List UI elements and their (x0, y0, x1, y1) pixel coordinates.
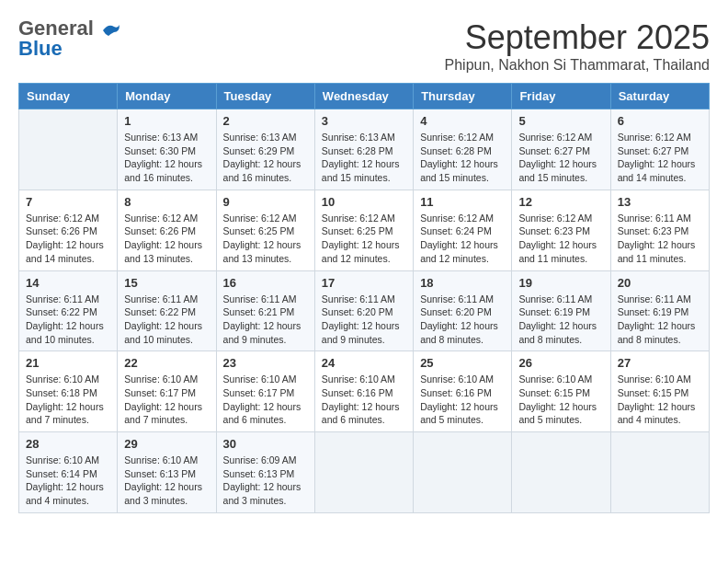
day-info: Sunrise: 6:10 AMSunset: 6:15 PMDaylight:… (518, 373, 603, 427)
calendar-cell: 18Sunrise: 6:11 AMSunset: 6:20 PMDayligh… (414, 270, 512, 351)
day-number: 17 (322, 276, 406, 290)
day-number: 10 (322, 195, 406, 209)
day-number: 23 (223, 356, 308, 370)
day-info: Sunrise: 6:10 AMSunset: 6:17 PMDaylight:… (124, 373, 209, 427)
calendar-cell: 10Sunrise: 6:12 AMSunset: 6:25 PMDayligh… (314, 190, 413, 270)
calendar-cell (314, 432, 413, 513)
day-number: 26 (518, 356, 603, 370)
day-number: 12 (518, 195, 603, 209)
month-title: September 2025 (445, 18, 710, 57)
calendar-cell: 11Sunrise: 6:12 AMSunset: 6:24 PMDayligh… (414, 190, 512, 270)
day-number: 15 (124, 276, 209, 290)
calendar-cell: 7Sunrise: 6:12 AMSunset: 6:26 PMDaylight… (19, 190, 118, 270)
calendar-cell: 9Sunrise: 6:12 AMSunset: 6:25 PMDaylight… (216, 190, 314, 270)
day-number: 24 (322, 356, 406, 370)
day-number: 27 (618, 356, 702, 370)
day-info: Sunrise: 6:11 AMSunset: 6:19 PMDaylight:… (518, 293, 603, 347)
calendar-cell: 1Sunrise: 6:13 AMSunset: 6:30 PMDaylight… (118, 109, 216, 190)
day-number: 19 (518, 276, 603, 290)
day-number: 29 (124, 437, 209, 451)
day-info: Sunrise: 6:11 AMSunset: 6:20 PMDaylight:… (322, 293, 406, 347)
calendar-cell: 23Sunrise: 6:10 AMSunset: 6:17 PMDayligh… (216, 351, 314, 432)
calendar-cell: 17Sunrise: 6:11 AMSunset: 6:20 PMDayligh… (314, 270, 413, 351)
day-info: Sunrise: 6:13 AMSunset: 6:28 PMDaylight:… (322, 131, 406, 185)
day-info: Sunrise: 6:10 AMSunset: 6:16 PMDaylight:… (322, 373, 406, 427)
day-info: Sunrise: 6:13 AMSunset: 6:29 PMDaylight:… (223, 131, 308, 185)
day-number: 28 (26, 437, 110, 451)
calendar-week-row: 1Sunrise: 6:13 AMSunset: 6:30 PMDaylight… (19, 109, 710, 190)
calendar-cell: 16Sunrise: 6:11 AMSunset: 6:21 PMDayligh… (216, 270, 314, 351)
logo-blue: Blue (18, 37, 63, 61)
calendar-cell: 21Sunrise: 6:10 AMSunset: 6:18 PMDayligh… (19, 351, 118, 432)
day-info: Sunrise: 6:12 AMSunset: 6:25 PMDaylight:… (322, 212, 406, 266)
calendar-cell: 28Sunrise: 6:10 AMSunset: 6:14 PMDayligh… (19, 432, 118, 513)
calendar-cell: 2Sunrise: 6:13 AMSunset: 6:29 PMDaylight… (216, 109, 314, 190)
day-number: 20 (618, 276, 702, 290)
calendar-cell: 8Sunrise: 6:12 AMSunset: 6:26 PMDaylight… (118, 190, 216, 270)
calendar-cell: 4Sunrise: 6:12 AMSunset: 6:28 PMDaylight… (414, 109, 512, 190)
calendar-cell: 13Sunrise: 6:11 AMSunset: 6:23 PMDayligh… (610, 190, 709, 270)
day-number: 7 (26, 195, 110, 209)
calendar-cell: 29Sunrise: 6:10 AMSunset: 6:13 PMDayligh… (118, 432, 216, 513)
day-number: 21 (26, 356, 110, 370)
calendar-week-row: 21Sunrise: 6:10 AMSunset: 6:18 PMDayligh… (19, 351, 710, 432)
day-number: 11 (420, 195, 505, 209)
calendar-cell: 25Sunrise: 6:10 AMSunset: 6:16 PMDayligh… (414, 351, 512, 432)
day-info: Sunrise: 6:12 AMSunset: 6:28 PMDaylight:… (420, 131, 505, 185)
day-info: Sunrise: 6:10 AMSunset: 6:15 PMDaylight:… (618, 373, 702, 427)
calendar-cell: 19Sunrise: 6:11 AMSunset: 6:19 PMDayligh… (512, 270, 610, 351)
logo-bird-icon (101, 21, 121, 38)
day-number: 6 (618, 114, 702, 128)
day-number: 8 (124, 195, 209, 209)
day-number: 22 (124, 356, 209, 370)
calendar-cell: 5Sunrise: 6:12 AMSunset: 6:27 PMDaylight… (512, 109, 610, 190)
day-number: 14 (26, 276, 110, 290)
day-info: Sunrise: 6:12 AMSunset: 6:27 PMDaylight:… (518, 131, 603, 185)
day-info: Sunrise: 6:12 AMSunset: 6:25 PMDaylight:… (223, 212, 308, 266)
calendar-cell (19, 109, 118, 190)
day-number: 1 (124, 114, 209, 128)
calendar-week-row: 14Sunrise: 6:11 AMSunset: 6:22 PMDayligh… (19, 270, 710, 351)
day-info: Sunrise: 6:12 AMSunset: 6:26 PMDaylight:… (26, 212, 110, 266)
day-info: Sunrise: 6:10 AMSunset: 6:16 PMDaylight:… (420, 373, 505, 427)
day-number: 13 (618, 195, 702, 209)
calendar-table: SundayMondayTuesdayWednesdayThursdayFrid… (18, 83, 710, 513)
calendar-cell: 15Sunrise: 6:11 AMSunset: 6:22 PMDayligh… (118, 270, 216, 351)
calendar-cell (610, 432, 709, 513)
day-info: Sunrise: 6:10 AMSunset: 6:18 PMDaylight:… (26, 373, 110, 427)
day-number: 4 (420, 114, 505, 128)
day-info: Sunrise: 6:11 AMSunset: 6:20 PMDaylight:… (420, 293, 505, 347)
calendar-cell: 30Sunrise: 6:09 AMSunset: 6:13 PMDayligh… (216, 432, 314, 513)
day-info: Sunrise: 6:11 AMSunset: 6:23 PMDaylight:… (618, 212, 702, 266)
column-header-sunday: Sunday (19, 84, 118, 109)
day-info: Sunrise: 6:10 AMSunset: 6:13 PMDaylight:… (124, 454, 209, 508)
location-subtitle: Phipun, Nakhon Si Thammarat, Thailand (445, 57, 710, 74)
calendar-cell: 14Sunrise: 6:11 AMSunset: 6:22 PMDayligh… (19, 270, 118, 351)
column-header-wednesday: Wednesday (314, 84, 413, 109)
logo: General Blue (18, 18, 121, 61)
column-header-tuesday: Tuesday (216, 84, 314, 109)
calendar-cell: 27Sunrise: 6:10 AMSunset: 6:15 PMDayligh… (610, 351, 709, 432)
calendar-cell: 22Sunrise: 6:10 AMSunset: 6:17 PMDayligh… (118, 351, 216, 432)
day-number: 30 (223, 437, 308, 451)
day-number: 2 (223, 114, 308, 128)
calendar-cell: 20Sunrise: 6:11 AMSunset: 6:19 PMDayligh… (610, 270, 709, 351)
day-info: Sunrise: 6:11 AMSunset: 6:22 PMDaylight:… (124, 293, 209, 347)
calendar-header-row: SundayMondayTuesdayWednesdayThursdayFrid… (19, 84, 710, 109)
day-info: Sunrise: 6:12 AMSunset: 6:26 PMDaylight:… (124, 212, 209, 266)
calendar-cell (512, 432, 610, 513)
calendar-cell: 12Sunrise: 6:12 AMSunset: 6:23 PMDayligh… (512, 190, 610, 270)
day-info: Sunrise: 6:10 AMSunset: 6:17 PMDaylight:… (223, 373, 308, 427)
day-number: 5 (518, 114, 603, 128)
day-number: 16 (223, 276, 308, 290)
day-info: Sunrise: 6:12 AMSunset: 6:23 PMDaylight:… (518, 212, 603, 266)
column-header-thursday: Thursday (414, 84, 512, 109)
calendar-cell: 26Sunrise: 6:10 AMSunset: 6:15 PMDayligh… (512, 351, 610, 432)
day-info: Sunrise: 6:11 AMSunset: 6:19 PMDaylight:… (618, 293, 702, 347)
day-info: Sunrise: 6:12 AMSunset: 6:27 PMDaylight:… (618, 131, 702, 185)
column-header-saturday: Saturday (610, 84, 709, 109)
column-header-monday: Monday (118, 84, 216, 109)
calendar-week-row: 28Sunrise: 6:10 AMSunset: 6:14 PMDayligh… (19, 432, 710, 513)
day-number: 3 (322, 114, 406, 128)
column-header-friday: Friday (512, 84, 610, 109)
